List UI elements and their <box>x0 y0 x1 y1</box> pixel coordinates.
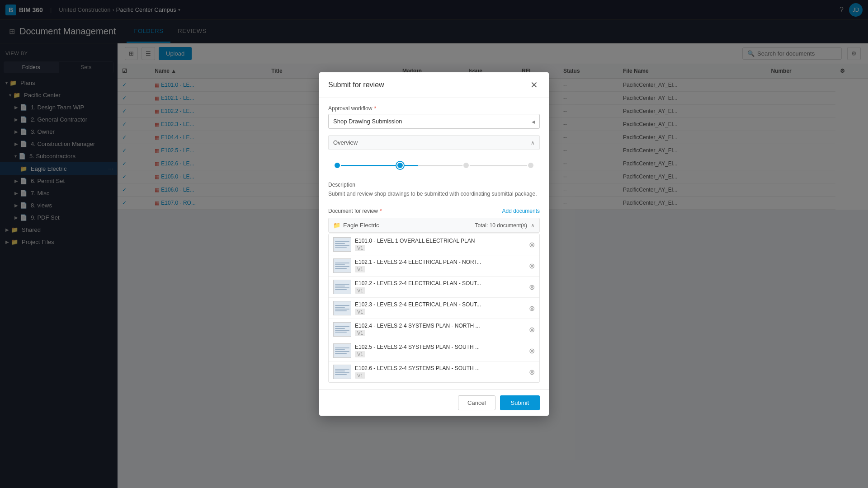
modal-doc-item: E102.2 - LEVELS 2-4 ELECTRICAL PLAN - SO… <box>329 277 539 298</box>
modal-header: Submit for review ✕ <box>319 72 549 98</box>
thumb-line <box>335 266 349 267</box>
modal-doc-item: E102.6 - LEVELS 2-4 SYSTEMS PLAN - SOUTH… <box>329 361 539 382</box>
node-3 <box>462 162 470 169</box>
submit-button[interactable]: Submit <box>500 395 540 410</box>
modal-doc-item: E102.1 - LEVELS 2-4 ELECTRICAL PLAN - NO… <box>329 255 539 277</box>
doc-thumbnail <box>333 237 351 252</box>
modal-doc-item: E102.3 - LEVELS 2-4 ELECTRICAL PLAN - SO… <box>329 298 539 319</box>
doc-version: V1 <box>355 330 365 336</box>
node-1 <box>334 162 341 169</box>
thumb-line <box>335 309 349 310</box>
doc-remove-button[interactable]: ⊗ <box>529 240 535 249</box>
doc-review-label: Document for review * <box>328 208 382 214</box>
doc-thumbnail <box>333 301 351 315</box>
doc-list-name: E102.5 - LEVELS 2-4 SYSTEMS PLAN - SOUTH… <box>355 344 525 350</box>
modal-body: Approval workflow * Shop Drawing Submiss… <box>319 98 549 389</box>
doc-remove-button[interactable]: ⊗ <box>529 325 535 334</box>
progress-fill <box>334 165 418 166</box>
required-star: * <box>374 105 376 112</box>
folder-total: Total: 10 document(s) <box>475 222 527 229</box>
modal-doc-item: E102.4 - LEVELS 2-4 SYSTEMS PLAN - NORTH… <box>329 319 539 340</box>
thumb-line <box>335 245 349 246</box>
thumb-line <box>335 286 345 286</box>
doc-list-name: E102.1 - LEVELS 2-4 ELECTRICAL PLAN - NO… <box>355 259 525 265</box>
doc-info: E102.1 - LEVELS 2-4 ELECTRICAL PLAN - NO… <box>355 259 525 272</box>
thumb-lines <box>334 304 351 313</box>
thumb-line <box>335 326 349 327</box>
doc-thumbnail <box>333 343 351 358</box>
description-section: Description Submit and review shop drawi… <box>328 180 540 202</box>
doc-version: V1 <box>355 372 365 379</box>
overview-label: Overview <box>333 139 358 146</box>
thumb-line <box>335 284 349 285</box>
modal-close-button[interactable]: ✕ <box>528 80 540 90</box>
doc-remove-button[interactable]: ⊗ <box>529 347 535 355</box>
doc-version: V1 <box>355 287 365 294</box>
overview-section-header[interactable]: Overview ∧ <box>328 135 540 150</box>
thumb-line <box>335 263 349 263</box>
thumb-line <box>335 310 347 311</box>
node-4 <box>527 162 534 169</box>
thumb-line <box>335 351 349 352</box>
folder-row: 📁 Eagle Electric Total: 10 document(s) ∧ <box>328 218 540 233</box>
thumb-lines <box>334 240 351 249</box>
thumb-line <box>335 268 347 269</box>
thumb-line <box>335 305 349 306</box>
doc-version: V1 <box>355 351 365 357</box>
doc-info: E102.3 - LEVELS 2-4 ELECTRICAL PLAN - SO… <box>355 301 525 315</box>
thumb-line <box>335 328 345 329</box>
doc-required-star: * <box>380 208 382 214</box>
workflow-select[interactable]: Shop Drawing Submission <box>328 114 540 129</box>
folder-name: Eagle Electric <box>343 222 379 229</box>
workflow-progress <box>328 155 540 176</box>
modal-footer: Cancel Submit <box>319 389 549 416</box>
doc-thumbnail <box>333 280 351 294</box>
doc-version: V1 <box>355 266 365 272</box>
doc-list: E101.0 - LEVEL 1 OVERALL ELECTRICAL PLAN… <box>328 234 540 383</box>
progress-bar <box>334 160 534 171</box>
description-text: Submit and review shop drawings to be su… <box>328 190 540 198</box>
thumb-lines <box>334 346 351 355</box>
cancel-button[interactable]: Cancel <box>458 395 495 410</box>
doc-list-name: E102.6 - LEVELS 2-4 SYSTEMS PLAN - SOUTH… <box>355 365 525 371</box>
thumb-line <box>335 371 345 371</box>
doc-version: V1 <box>355 309 365 315</box>
doc-list-name: E101.0 - LEVEL 1 OVERALL ELECTRICAL PLAN <box>355 238 525 244</box>
doc-list-name: E102.3 - LEVELS 2-4 ELECTRICAL PLAN - SO… <box>355 301 525 308</box>
approval-workflow-label: Approval workflow * <box>328 105 540 112</box>
thumb-line <box>335 374 347 375</box>
modal-doc-item: E101.0 - LEVEL 1 OVERALL ELECTRICAL PLAN… <box>329 234 539 255</box>
doc-info: E101.0 - LEVEL 1 OVERALL ELECTRICAL PLAN… <box>355 238 525 251</box>
doc-remove-button[interactable]: ⊗ <box>529 368 535 376</box>
doc-version: V1 <box>355 245 365 251</box>
modal-overlay: Submit for review ✕ Approval workflow * … <box>0 0 868 488</box>
add-documents-link[interactable]: Add documents <box>502 208 540 214</box>
doc-review-section: Document for review * Add documents 📁 Ea… <box>328 208 540 383</box>
folder-sm-icon: 📁 <box>333 222 340 229</box>
modal-title: Submit for review <box>328 81 384 89</box>
thumb-line <box>335 287 349 288</box>
node-2 <box>396 162 404 169</box>
thumb-lines <box>334 367 351 376</box>
submit-review-modal: Submit for review ✕ Approval workflow * … <box>319 72 549 416</box>
doc-remove-button[interactable]: ⊗ <box>529 262 535 270</box>
doc-list-name: E102.4 - LEVELS 2-4 SYSTEMS PLAN - NORTH… <box>355 323 525 329</box>
thumb-line <box>335 369 349 370</box>
thumb-lines <box>334 282 351 291</box>
doc-remove-button[interactable]: ⊗ <box>529 304 535 313</box>
doc-review-header: Document for review * Add documents <box>328 208 540 214</box>
doc-thumbnail <box>333 365 351 379</box>
thumb-line <box>335 247 347 248</box>
thumb-lines <box>334 325 351 334</box>
thumb-line <box>335 289 347 290</box>
thumb-line <box>335 241 349 242</box>
folder-collapse-icon[interactable]: ∧ <box>531 222 535 229</box>
overview-chevron: ∧ <box>531 140 535 146</box>
thumb-line <box>335 307 345 308</box>
doc-list-name: E102.2 - LEVELS 2-4 ELECTRICAL PLAN - SO… <box>355 280 525 286</box>
thumb-line <box>335 332 347 333</box>
doc-remove-button[interactable]: ⊗ <box>529 283 535 291</box>
doc-thumbnail <box>333 322 351 337</box>
doc-info: E102.6 - LEVELS 2-4 SYSTEMS PLAN - SOUTH… <box>355 365 525 379</box>
thumb-line <box>335 330 349 331</box>
